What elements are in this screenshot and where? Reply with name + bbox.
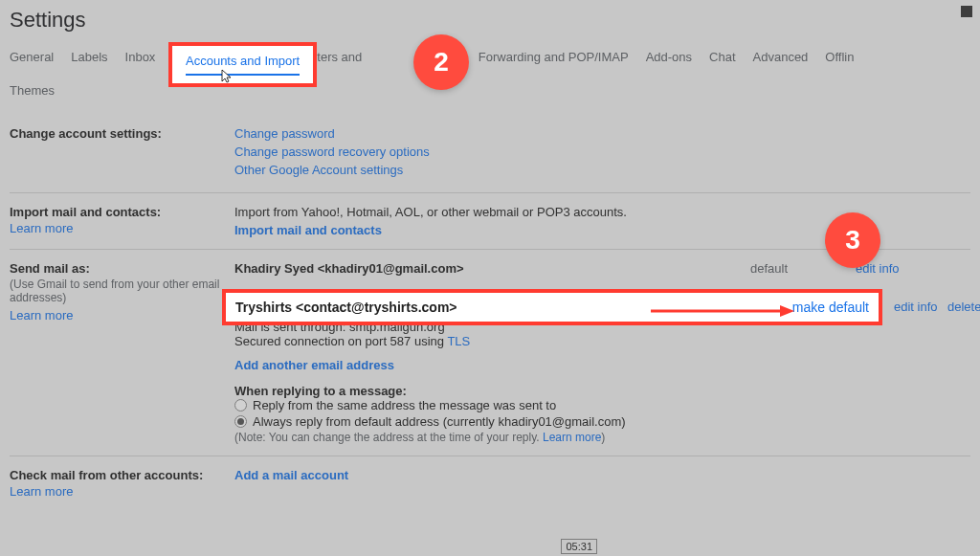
make-default-link[interactable]: make default [792,300,869,315]
section-change-account: Change account settings: Change password… [10,115,970,192]
reply-option-default[interactable]: Always reply from default address (curre… [234,414,970,429]
settings-header: Settings [0,0,980,44]
tab-general[interactable]: General [10,44,54,70]
tls-link[interactable]: TLS [447,334,470,348]
reply-option-same[interactable]: Reply from the same address the message … [234,398,970,412]
reply-note: (Note: You can change the address at the… [234,431,970,444]
tab-inbox[interactable]: Inbox [125,44,156,70]
top-right-indicator [961,6,972,17]
send-as-edit-2[interactable]: edit info [894,300,938,314]
change-recovery-link[interactable]: Change password recovery options [234,145,970,159]
reply-label: When replying to a message: [234,384,970,398]
highlight-accounts-import: Accounts and Import [168,42,317,87]
tab-labels[interactable]: Labels [71,44,107,70]
send-as-learn-more[interactable]: Learn more [10,308,234,322]
check-mail-learn-more[interactable]: Learn more [10,484,234,499]
settings-tabs-row2: Themes [0,70,980,115]
cursor-icon [218,69,234,87]
tab-addons[interactable]: Add-ons [646,44,692,70]
annotation-badge-2: 2 [413,34,469,90]
send-as-delete-2[interactable]: delete [947,300,980,314]
section-send-as: Send mail as: (Use Gmail to send from yo… [10,249,970,456]
tab-advanced[interactable]: Advanced [753,44,809,70]
tab-forwarding[interactable]: Forwarding and POP/IMAP [479,44,629,70]
import-learn-more[interactable]: Learn more [10,221,234,235]
check-mail-label: Check mail from other accounts: [10,468,234,482]
send-as-sub: (Use Gmail to send from your other email… [10,278,234,304]
tab-chat[interactable]: Chat [709,44,735,70]
time-indicator: 05:31 [561,539,597,554]
annotation-arrow [651,303,794,319]
tab-offline[interactable]: Offlin [825,44,854,70]
annotation-badge-3: 3 [825,212,880,268]
reply-note-learn-more[interactable]: Learn more [543,431,601,444]
send-as-secured: Secured connection on port 587 using TLS [234,334,970,348]
change-account-label: Change account settings: [10,126,234,141]
add-another-email[interactable]: Add another email address [234,358,970,372]
radio-same-address[interactable] [234,399,247,411]
import-mail-label: Import mail and contacts: [10,205,234,219]
send-as-label: Send mail as: [10,261,234,276]
svg-marker-1 [780,305,794,317]
tab-accounts-import[interactable]: Accounts and Import [186,54,300,76]
radio-default-address[interactable] [234,415,247,428]
section-check-mail: Check mail from other accounts: Learn mo… [10,456,970,510]
tab-themes[interactable]: Themes [10,78,55,103]
page-title: Settings [10,8,970,33]
send-as-name-1: Khadiry Syed <khadiry01@gmail.com> [234,261,750,276]
settings-tabs: General Labels Inbox Accounts and Import… [0,44,980,70]
other-google-settings-link[interactable]: Other Google Account settings [234,163,970,177]
change-password-link[interactable]: Change password [234,126,970,141]
add-mail-account[interactable]: Add a mail account [234,468,970,482]
